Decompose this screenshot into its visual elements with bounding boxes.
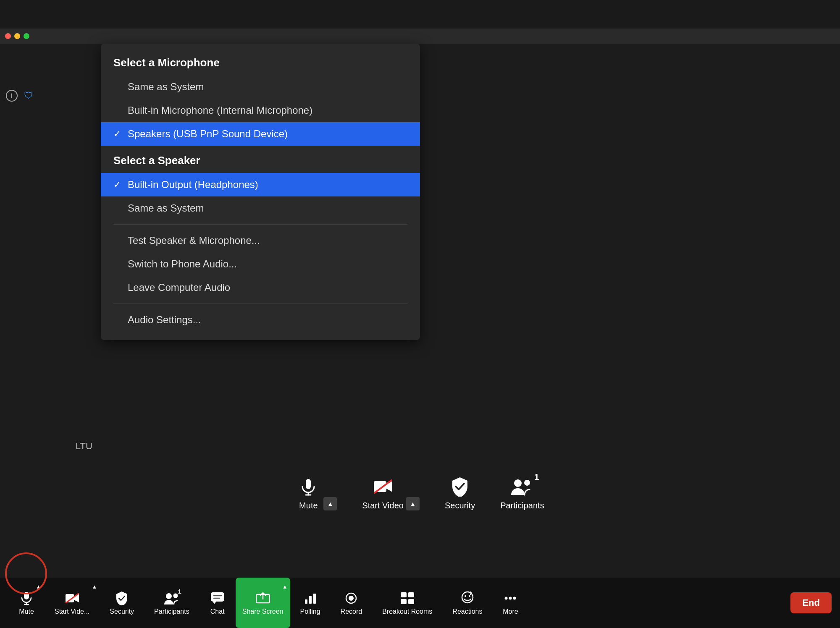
bottom-polling-label: Polling [300,608,320,615]
bottom-start-video-button[interactable]: Start Vide... ▲ [45,578,100,628]
bottom-participants-label: Participants [154,608,189,615]
bottom-mute-label: Mute [19,608,34,615]
svg-rect-24 [408,592,414,597]
svg-point-13 [173,594,178,598]
microphone-usb-pnp[interactable]: ✓ Speakers (USB PnP Sound Device) [101,122,420,146]
main-zoom-toolbar: Mute ▲ Start Video ▲ [0,476,840,510]
mute-button[interactable]: Mute [296,476,321,510]
divider-2 [113,304,407,304]
test-speaker-microphone[interactable]: Test Speaker & Microphone... [101,229,420,252]
main-area: i 🛡 Select a Microphone Same as System B… [0,44,840,628]
bottom-chat-button[interactable]: Chat [200,578,236,628]
bottom-more-button[interactable]: More [492,578,528,628]
bottom-polling-button[interactable]: Polling [290,578,331,628]
svg-rect-3 [374,481,386,492]
svg-point-31 [509,597,512,600]
speaker-same-as-system[interactable]: Same as System [101,196,420,220]
microphone-builtin[interactable]: Built-in Microphone (Internal Microphone… [101,99,420,122]
bottom-participants-button[interactable]: 1 Participants [144,578,200,628]
svg-rect-20 [313,594,316,604]
security-button[interactable]: Security [445,476,475,510]
svg-point-6 [524,480,530,486]
security-label: Security [445,501,475,510]
audio-dropdown-menu: Select a Microphone Same as System Built… [101,44,420,340]
svg-rect-14 [211,592,224,602]
top-left-icons: i 🛡 [6,90,34,102]
bottom-more-icon [502,590,518,606]
svg-rect-26 [408,599,414,604]
info-icon[interactable]: i [6,90,18,102]
mute-arrow-button[interactable]: ▲ [323,497,337,510]
bottom-video-icon [64,590,80,606]
bottom-mute-button[interactable]: Mute ▲ [8,578,45,628]
svg-rect-19 [309,596,312,604]
bottom-reactions-icon [459,590,475,606]
shield-icon[interactable]: 🛡 [23,90,34,102]
bottom-security-button[interactable]: Security [100,578,144,628]
bottom-participants-icon: 1 [164,590,180,606]
bottom-record-label: Record [341,608,362,615]
speaker-section-title: Select a Speaker [101,146,420,173]
bottom-share-screen-icon [255,590,271,606]
bottom-polling-icon [302,590,318,606]
bottom-chat-icon [210,590,226,606]
maximize-button[interactable] [24,33,29,39]
participants-label: Participants [500,501,544,510]
bottom-reactions-button[interactable]: Reactions [442,578,492,628]
bottom-breakout-icon [399,590,415,606]
bottom-security-label: Security [110,608,134,615]
divider-1 [113,224,407,225]
svg-point-22 [349,596,354,601]
bottom-breakout-rooms-button[interactable]: Breakout Rooms [372,578,442,628]
microphone-icon [296,476,321,497]
microphone-same-as-system[interactable]: Same as System [101,75,420,99]
video-arrow[interactable]: ▲ [92,584,97,590]
mute-btn-group: Mute ▲ [296,476,337,510]
microphone-section-title: Select a Microphone [101,52,420,75]
mute-active-ring [5,552,47,594]
participants-button[interactable]: 1 Participants [500,476,544,510]
bottom-record-button[interactable]: Record [331,578,373,628]
svg-rect-23 [401,592,407,597]
switch-to-phone-audio[interactable]: Switch to Phone Audio... [101,252,420,276]
svg-point-28 [465,595,466,597]
bottom-share-screen-label: Share Screen [242,608,284,615]
bottom-record-icon [343,590,359,606]
svg-rect-18 [305,599,307,604]
participants-icon: 1 [509,476,535,497]
bottom-participants-count: 1 [178,588,181,595]
bottom-more-label: More [503,608,518,615]
security-shield-icon [447,476,472,497]
mute-label: Mute [299,501,318,510]
bottom-reactions-label: Reactions [452,608,482,615]
bottom-share-screen-button[interactable]: Share Screen ▲ [236,578,290,628]
speaker-builtin-output[interactable]: ✓ Built-in Output (Headphones) [101,173,420,196]
svg-point-5 [514,479,522,487]
svg-point-30 [505,597,508,600]
bottom-start-video-label: Start Vide... [55,608,89,615]
svg-rect-25 [401,599,407,604]
start-video-btn-group: Start Video ▲ [362,476,420,510]
bottom-breakout-rooms-label: Breakout Rooms [382,608,432,615]
end-meeting-button[interactable]: End [790,592,832,613]
video-camera-icon [370,476,396,497]
close-button[interactable] [5,33,11,39]
svg-point-29 [469,595,470,597]
leave-computer-audio[interactable]: Leave Computer Audio [101,276,420,299]
mac-titlebar [0,29,840,44]
svg-point-32 [513,597,516,600]
bottom-chat-label: Chat [210,608,225,615]
start-video-label: Start Video [362,501,404,510]
minimize-button[interactable] [14,33,20,39]
bottom-toolbar: Mute ▲ Start Vide... ▲ Security [0,578,840,628]
video-arrow-button[interactable]: ▲ [406,497,420,510]
audio-settings[interactable]: Audio Settings... [101,308,420,332]
svg-rect-0 [306,479,311,489]
svg-point-12 [166,593,172,599]
bottom-security-icon [114,590,130,606]
ltu-label: LTU [76,441,92,452]
participants-count-badge: 1 [534,472,539,482]
start-video-button[interactable]: Start Video [362,476,404,510]
share-screen-arrow[interactable]: ▲ [282,584,288,590]
